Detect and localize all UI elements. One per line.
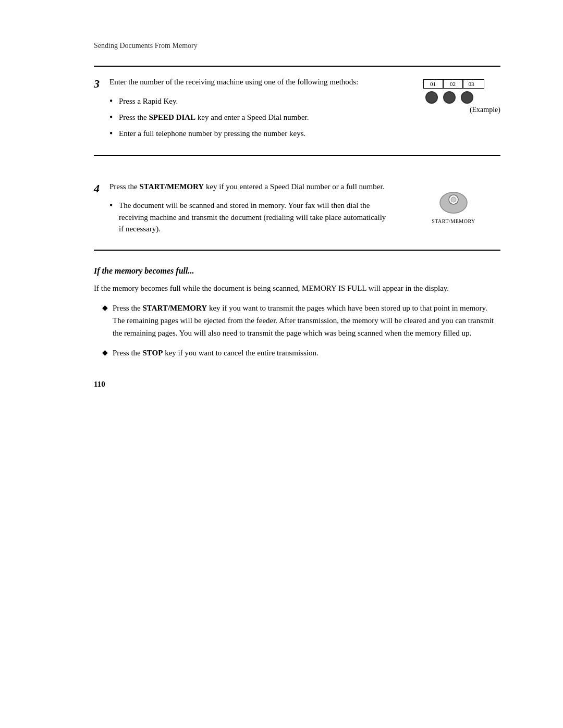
if-memory-bullet-1: ◆ Press the START/MEMORY key if you want… bbox=[102, 302, 500, 339]
step4-number: 4 bbox=[94, 182, 106, 195]
if-memory-bullet-2-text: Press the STOP key if you want to cancel… bbox=[113, 347, 500, 359]
key-01: 01 bbox=[423, 79, 443, 89]
step3-bullet-1: • Press a Rapid Key. bbox=[109, 95, 391, 107]
rapid-keys-box: 01 02 03 bbox=[423, 79, 484, 104]
step3-intro: Enter the number of the receiving machin… bbox=[109, 76, 391, 88]
bullet-dot-1: • bbox=[109, 95, 119, 107]
page-header: Sending Documents From Memory bbox=[94, 42, 500, 50]
step4-bullet-dot-1: • bbox=[109, 200, 119, 212]
svg-point-2 bbox=[451, 197, 456, 202]
step3-content: 3 Enter the number of the receiving mach… bbox=[94, 76, 391, 145]
step4-bullet-list: • The document will be scanned and store… bbox=[109, 200, 391, 235]
key-02: 02 bbox=[443, 79, 463, 89]
step4-content: 4 Press the START/MEMORY key if you ente… bbox=[94, 181, 391, 240]
key-circle-2 bbox=[443, 91, 456, 104]
keys-numbers-row: 01 02 03 bbox=[423, 79, 484, 89]
page: Sending Documents From Memory 3 Enter th… bbox=[0, 0, 563, 728]
if-memory-bullet-2: ◆ Press the STOP key if you want to canc… bbox=[102, 347, 500, 359]
key-circle-1 bbox=[425, 91, 438, 104]
keys-circles-row bbox=[423, 91, 473, 104]
example-label: (Example) bbox=[407, 106, 500, 114]
step3-number: 3 bbox=[94, 77, 106, 91]
speed-dial-bold: SPEED DIAL bbox=[149, 113, 196, 121]
if-memory-bullet-1-text: Press the START/MEMORY key if you want t… bbox=[113, 302, 500, 339]
start-memory-key: START/MEMORY bbox=[432, 189, 475, 224]
if-memory-section: If the memory becomes full... If the mem… bbox=[94, 266, 500, 359]
stop-bold: STOP bbox=[143, 349, 163, 357]
step3-bullet-2: • Press the SPEED DIAL key and enter a S… bbox=[109, 112, 391, 124]
step4-bullet-1-text: The document will be scanned and stored … bbox=[119, 200, 391, 235]
step3-diagram: 01 02 03 (Example) bbox=[407, 76, 500, 114]
diamond-dot-1: ◆ bbox=[102, 302, 113, 314]
key-03: 03 bbox=[463, 79, 484, 89]
step3-bullet-2-text: Press the SPEED DIAL key and enter a Spe… bbox=[119, 112, 391, 124]
bullet-dot-2: • bbox=[109, 112, 119, 124]
start-memory-label-text: START/MEMORY bbox=[432, 218, 475, 224]
page-number: 110 bbox=[94, 380, 500, 389]
start-memory-bold-step4: START/MEMORY bbox=[140, 182, 204, 191]
step3-section: 3 Enter the number of the receiving mach… bbox=[94, 66, 500, 156]
step4-section: 4 Press the START/MEMORY key if you ente… bbox=[94, 171, 500, 251]
step3-bullet-3: • Enter a full telephone number by press… bbox=[109, 128, 391, 140]
start-memory-bold-1: START/MEMORY bbox=[143, 304, 207, 312]
if-memory-intro: If the memory becomes full while the doc… bbox=[94, 282, 500, 294]
step3-bullet-3-text: Enter a full telephone number by pressin… bbox=[119, 128, 391, 140]
step3-bullet-list: • Press a Rapid Key. • Press the SPEED D… bbox=[109, 95, 391, 140]
step4-intro: Press the START/MEMORY key if you entere… bbox=[109, 181, 391, 193]
step3-bullet-1-text: Press a Rapid Key. bbox=[119, 95, 391, 107]
key-circle-3 bbox=[461, 91, 473, 104]
step4-bullet-1: • The document will be scanned and store… bbox=[109, 200, 391, 235]
step4-diagram: START/MEMORY bbox=[407, 181, 500, 224]
if-memory-bullet-list: ◆ Press the START/MEMORY key if you want… bbox=[102, 302, 500, 359]
if-memory-title: If the memory becomes full... bbox=[94, 266, 500, 276]
bullet-dot-3: • bbox=[109, 128, 119, 140]
start-memory-icon bbox=[438, 189, 469, 216]
diamond-dot-2: ◆ bbox=[102, 347, 113, 359]
